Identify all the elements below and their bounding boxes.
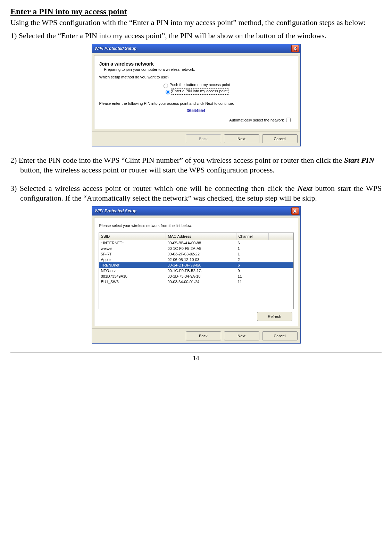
close-button[interactable]: X [291,45,299,52]
cell-mac: 00-14-D1-3F-99-0A [166,262,236,268]
wps-select-network-dialog: WiFi Protected Setup X Please select you… [92,206,301,344]
radio-enter-pin[interactable]: Enter a PIN into my access point [99,89,294,94]
cell-ssid: 5F-RT [99,251,166,257]
radio-pin-input[interactable] [166,90,170,94]
cell-channel: 11 [236,273,268,279]
cell-ssid: NEO-orz [99,268,166,273]
radio-push-label: Push the button on my access point [169,83,230,88]
col-mac[interactable]: MAC Address [166,233,236,240]
cell-mac: 00-1C-F0-F5-2A-A8 [166,246,236,251]
cell-ssid: Apple [99,257,166,262]
table-row[interactable]: weiwei00-1C-F0-F5-2A-A81 [99,246,293,251]
section-heading: Enter a PIN into my access point [10,7,382,16]
page-footer: 14 [10,353,382,362]
cancel-button-2[interactable]: Cancel [262,331,298,340]
cell-channel: 6 [236,262,268,268]
window-title-2: WiFi Protected Setup [95,209,137,213]
cell-channel: 2 [236,257,268,262]
step-2-number: 2) [10,156,19,164]
close-button-2[interactable]: X [291,207,299,215]
cell-channel: 11 [236,279,268,285]
table-row[interactable]: BU1_SW600-03-64-00-01-2411 [99,279,293,285]
refresh-row: Refresh [99,309,294,322]
button-bar-2: Back Next Cancel [92,328,300,343]
table-row[interactable]: ~INTERNET~00-05-BB-AA-00-886 [99,240,293,246]
radio-push-input[interactable] [164,84,168,88]
button-bar: Back Next Cancel [92,131,300,146]
titlebar[interactable]: WiFi Protected Setup X [92,44,300,53]
list-padding [99,285,293,309]
step-3-number: 3) [10,184,20,193]
auto-select-row[interactable]: Automatically select the network [99,117,292,123]
cancel-button[interactable]: Cancel [262,134,298,143]
pin-value: 36544554 [99,108,294,113]
dialog-body: Join a wireless network Preparing to joi… [94,55,298,129]
step-2-text-a: Enter the PIN code into the WPS “Clint P… [19,156,344,164]
back-button: Back [186,134,221,143]
cell-channel: 1 [236,246,268,251]
table-row[interactable]: TRENDnet00-14-D1-3F-99-0A6 [99,262,293,268]
close-icon-2: X [293,208,297,214]
next-button-2[interactable]: Next [224,331,259,340]
spacer [10,178,382,183]
step-3: 3) Selected a wireless access point or r… [10,184,382,203]
intro-text: Using the WPS configuration with the “En… [10,18,382,27]
step-1: 1) Selected the “Enter a PIN into my acc… [10,31,382,41]
network-list-header: SSID MAC Address Channel [99,233,293,240]
table-row[interactable]: Apple02-06-05-12-10-032 [99,257,293,262]
network-list[interactable]: SSID MAC Address Channel ~INTERNET~00-05… [99,233,294,309]
cell-mac: 00-03-2F-63-02-22 [166,251,236,257]
titlebar-2[interactable]: WiFi Protected Setup X [92,206,300,216]
cell-channel: 6 [236,240,268,246]
method-prompt: Which setup method do you want to use? [99,75,294,79]
cell-ssid: TRENDnet [99,262,166,268]
table-row[interactable]: 5F-RT00-03-2F-63-02-221 [99,251,293,257]
step-2-start-pin: Start PIN [344,156,374,164]
step-2-text-c: button, the wireless access point or rou… [20,166,275,174]
back-button-2[interactable]: Back [186,331,221,340]
cell-mac: 00-1D-73-34-9A-18 [166,273,236,279]
step-2: 2) Enter the PIN code into the WPS “Clin… [10,155,382,175]
window-title: WiFi Protected Setup [95,46,137,51]
next-button[interactable]: Next [224,134,259,143]
cell-channel: 1 [236,251,268,257]
cell-mac: 00-1C-F0-FB-52-1C [166,268,236,273]
panel-heading: Join a wireless network [99,61,293,67]
close-icon: X [293,46,297,51]
pin-prompt: Please enter the following PIN into your… [99,101,293,105]
select-network-prompt: Please select your wireless network from… [99,223,294,228]
cell-ssid: BU1_SW6 [99,279,166,285]
panel-subtext: Preparing to join your computer to a wir… [104,67,294,71]
cell-mac: 00-03-64-00-01-24 [166,279,236,285]
col-channel[interactable]: Channel [236,233,269,240]
step-3-text-a: Selected a wireless access point or rout… [20,184,298,193]
cell-channel: 9 [236,268,268,273]
radio-push-button[interactable]: Push the button on my access point [99,83,294,88]
step-1-text: Selected the “Enter a PIN into my access… [19,31,327,40]
col-ssid[interactable]: SSID [99,233,166,240]
table-row[interactable]: 001D73349A1800-1D-73-34-9A-1811 [99,273,293,279]
auto-select-label: Automatically select the network [229,118,284,122]
cell-ssid: weiwei [99,246,166,251]
cell-ssid: 001D73349A18 [99,273,166,279]
dialog-body-2: Please select your wireless network from… [94,218,298,326]
cell-ssid: ~INTERNET~ [99,240,166,246]
radio-pin-label: Enter a PIN into my access point [172,89,228,94]
table-row[interactable]: NEO-orz00-1C-F0-FB-52-1C9 [99,268,293,273]
network-list-body: ~INTERNET~00-05-BB-AA-00-886weiwei00-1C-… [99,240,293,285]
auto-select-checkbox[interactable] [286,118,291,122]
refresh-button[interactable]: Refresh [257,312,292,321]
cell-mac: 02-06-05-12-10-03 [166,257,236,262]
step-3-next: Next [298,184,312,193]
page-number: 14 [193,355,199,362]
wps-pin-dialog: WiFi Protected Setup X Join a wireless n… [92,44,301,146]
step-1-number: 1) [10,31,19,40]
cell-mac: 00-05-BB-AA-00-88 [166,240,236,246]
